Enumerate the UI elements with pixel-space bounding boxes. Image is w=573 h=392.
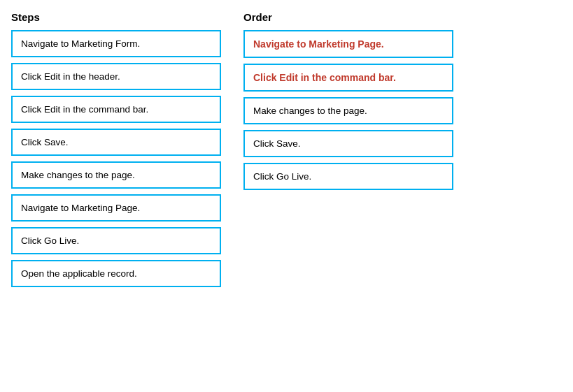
step-item: Click Save. [11, 129, 221, 156]
step-item: Click Edit in the header. [11, 63, 221, 90]
order-list: Navigate to Marketing Page.Click Edit in… [243, 30, 453, 196]
step-item: Make changes to the page. [11, 161, 221, 189]
order-item: Click Save. [243, 130, 453, 157]
step-item: Click Edit in the command bar. [11, 96, 221, 123]
main-container: Steps Navigate to Marketing Form.Click E… [11, 11, 562, 293]
step-item: Open the applicable record. [11, 260, 221, 287]
steps-column: Steps Navigate to Marketing Form.Click E… [11, 11, 221, 293]
order-item: Navigate to Marketing Page. [243, 30, 453, 58]
order-column: Order Navigate to Marketing Page.Click E… [243, 11, 453, 196]
order-item: Click Go Live. [243, 163, 453, 190]
order-item: Click Edit in the command bar. [243, 64, 453, 92]
order-item: Make changes to the page. [243, 97, 453, 124]
steps-header: Steps [11, 11, 221, 23]
order-header: Order [243, 11, 453, 23]
step-item: Navigate to Marketing Page. [11, 194, 221, 222]
step-item: Navigate to Marketing Form. [11, 30, 221, 57]
step-item: Click Go Live. [11, 227, 221, 254]
steps-list: Navigate to Marketing Form.Click Edit in… [11, 30, 221, 293]
